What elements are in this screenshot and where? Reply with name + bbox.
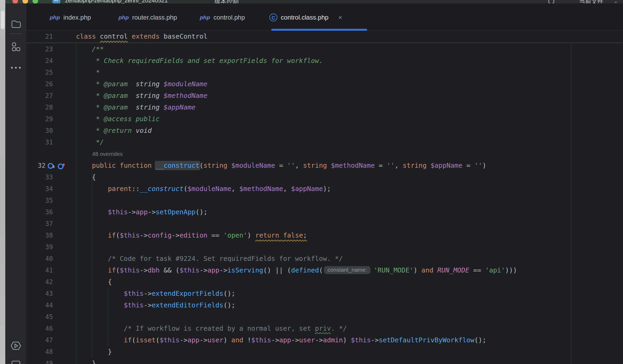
code-text[interactable]: if($this->config->edition == 'open') ret… (76, 230, 307, 241)
tab-index.php[interactable]: phpindex.php (50, 11, 91, 24)
code-text[interactable]: * @param string $appName (76, 102, 196, 113)
line-number[interactable]: 41 (26, 265, 53, 276)
line-number[interactable]: 32 (26, 160, 46, 171)
code-line-39[interactable]: 39 (26, 241, 623, 253)
code-line-47[interactable]: 47 if(isset($this->app->user) and !$this… (26, 334, 623, 346)
line-number[interactable]: 27 (26, 90, 53, 102)
line-number[interactable]: 30 (26, 125, 53, 136)
code-text[interactable]: } (76, 358, 96, 364)
line-number[interactable]: 36 (26, 206, 53, 218)
code-text[interactable]: $this->extendExportFields(); (76, 288, 235, 299)
code-line-23[interactable]: 23 /** (26, 43, 623, 55)
close-icon[interactable]: × (338, 14, 342, 21)
code-line-37[interactable]: 37 (26, 218, 623, 230)
code-line-36[interactable]: 36 $this->app->setOpenApp(); (26, 206, 623, 218)
menu-version-control[interactable]: 版本控制 (214, 0, 239, 3)
line-number[interactable]: 39 (26, 241, 53, 253)
code-text[interactable]: * @param string $moduleName (76, 78, 207, 90)
minimize-window-button[interactable] (22, 0, 28, 3)
code-line-29[interactable]: 29 * @access public (26, 113, 623, 125)
line-number[interactable]: 43 (26, 288, 53, 299)
sticky-line[interactable]: 21class control extends baseControl (26, 31, 623, 43)
code-line-46[interactable]: 46 /* If workflow is created by a normal… (26, 323, 623, 334)
code-text[interactable]: /** (76, 43, 104, 55)
code-line-26[interactable]: 26 * @param string $moduleName (26, 78, 623, 90)
overriding-method-icon[interactable] (57, 161, 66, 170)
code-line-34[interactable]: 34 parent::__construct($moduleName, $met… (26, 183, 623, 195)
code-line-32[interactable]: 32 public function __construct(string $m… (26, 160, 623, 171)
code-line-40[interactable]: 40 /* Code for task #9224. Set requiredF… (26, 253, 623, 265)
code-line-35[interactable]: 35 (26, 195, 623, 206)
project-avatar[interactable]: ze (52, 0, 60, 3)
line-number[interactable]: 45 (26, 311, 53, 323)
code-line-inlay[interactable]: 48 overrides (26, 148, 623, 160)
line-number[interactable]: 26 (26, 78, 53, 90)
line-number[interactable]: 46 (26, 323, 53, 334)
code-line-33[interactable]: 33 { (26, 171, 623, 183)
tab-router.class.php[interactable]: phprouter.class.php (119, 11, 177, 24)
code-text[interactable]: $this->extendEditorFields(); (76, 299, 235, 311)
code-text[interactable]: * (76, 67, 100, 78)
more-tool-windows-icon[interactable] (5, 66, 26, 70)
code-text[interactable]: * @param string $methodName (76, 90, 207, 102)
tab-control.php[interactable]: phpcontrol.php (200, 11, 245, 24)
code-text[interactable]: } (76, 346, 112, 358)
code-line-31[interactable]: 31 */ (26, 136, 623, 148)
line-number[interactable]: 44 (26, 299, 53, 311)
services-icon[interactable] (5, 340, 26, 352)
line-number[interactable]: 33 (26, 171, 53, 183)
code-text[interactable]: parent::__construct($moduleName, $method… (76, 183, 331, 195)
code-line-25[interactable]: 25 * (26, 67, 623, 78)
code-line-45[interactable]: 45 (26, 311, 623, 323)
code-editor[interactable]: 21class control extends baseControl 23 /… (26, 31, 623, 364)
close-window-button[interactable] (12, 0, 18, 3)
code-line-48[interactable]: 48 } (26, 346, 623, 358)
line-number[interactable]: 35 (26, 195, 53, 206)
code-line-24[interactable]: 24 * Check requiredFields and set export… (26, 55, 623, 67)
code-text[interactable]: if($this->dbh && ($this->app->isServing(… (76, 265, 517, 276)
line-number[interactable]: 48 (26, 346, 53, 358)
line-number[interactable]: 40 (26, 253, 53, 265)
line-number[interactable]: 21 (26, 31, 53, 42)
line-number[interactable]: 24 (26, 55, 53, 67)
code-text[interactable]: { (76, 276, 112, 288)
code-line-27[interactable]: 27 * @param string $methodName (26, 90, 623, 102)
code-line-28[interactable]: 28 * @param string $appName (26, 102, 623, 113)
zoom-window-button[interactable] (33, 0, 38, 3)
code-line-42[interactable]: 42 { (26, 276, 623, 288)
code-vision-usages[interactable]: 48 overrides (92, 148, 123, 160)
search-icon[interactable] (547, 0, 556, 3)
line-number[interactable]: 28 (26, 102, 53, 113)
code-text[interactable]: * @access public (76, 113, 160, 125)
terminal-icon[interactable] (5, 360, 26, 364)
line-number[interactable]: 31 (26, 136, 53, 148)
code-text[interactable]: $this->app->setOpenApp(); (76, 206, 207, 218)
code-line-43[interactable]: 43 $this->extendExportFields(); (26, 288, 623, 299)
line-number[interactable]: 23 (26, 43, 53, 55)
line-number[interactable]: 38 (26, 230, 53, 241)
code-text[interactable]: public function __construct(string $modu… (76, 160, 486, 171)
run-configuration-selector[interactable]: 当前文件 (579, 0, 603, 3)
code-text[interactable]: * Check requiredFields and set exportFie… (76, 55, 323, 67)
line-number[interactable]: 37 (26, 218, 53, 230)
code-text[interactable]: class control extends baseControl (76, 31, 207, 42)
code-line-49[interactable]: 49 } (26, 358, 623, 364)
line-number[interactable]: 29 (26, 113, 53, 125)
project-folder-icon[interactable] (5, 20, 26, 29)
code-text[interactable]: if(isset($this->app->user) and !$this->a… (76, 334, 486, 346)
code-line-38[interactable]: 38 if($this->config->edition == 'open') … (26, 230, 623, 241)
line-number[interactable]: 47 (26, 334, 53, 346)
code-text[interactable]: /* Code for task #9224. Set requiredFiel… (76, 253, 343, 265)
structure-icon[interactable] (5, 42, 26, 52)
code-text[interactable]: { (76, 171, 96, 183)
line-number[interactable]: 25 (26, 67, 53, 78)
code-line-30[interactable]: 30 * @return void (26, 125, 623, 136)
code-line-44[interactable]: 44 $this->extendEditorFields(); (26, 299, 623, 311)
overridden-method-icon[interactable] (47, 161, 56, 170)
code-text[interactable]: * @return void (76, 125, 152, 136)
line-number[interactable]: 42 (26, 276, 53, 288)
line-number[interactable]: 49 (26, 358, 53, 364)
line-number[interactable]: 34 (26, 183, 53, 195)
code-line-41[interactable]: 41 if($this->dbh && ($this->app->isServi… (26, 265, 623, 276)
code-text[interactable]: /* If workflow is created by a normal us… (76, 323, 347, 334)
